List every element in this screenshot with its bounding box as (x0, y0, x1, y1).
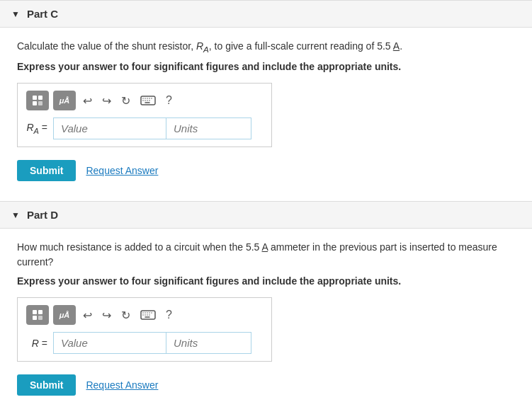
part-d-content: How much resistance is added to a circui… (0, 229, 532, 410)
svg-rect-3 (38, 101, 43, 105)
part-c-request-link[interactable]: Request Answer (86, 165, 158, 176)
part-d-undo-button[interactable]: ↩ (80, 307, 95, 323)
part-c-content: Calculate the value of the shunt resisto… (0, 28, 532, 195)
part-d-action-row: Submit Request Answer (17, 374, 515, 396)
part-d-submit-button[interactable]: Submit (17, 374, 76, 396)
part-c-question: Calculate the value of the shunt resisto… (17, 39, 515, 55)
part-c-header[interactable]: ▼ Part C (0, 1, 532, 27)
part-d-input-row: R = (26, 332, 263, 354)
part-d-value-input[interactable] (53, 332, 166, 354)
svg-rect-15 (33, 310, 37, 314)
part-d-question: How much resistance is added to a circui… (17, 240, 515, 270)
part-c-toolbar: μÅ ↩ ↪ ↻ ? (26, 91, 263, 110)
part-d-micro-button[interactable]: μÅ (53, 305, 76, 325)
part-d-section: ▼ Part D (0, 201, 532, 229)
part-d-instruction: Express your answer to four significant … (17, 274, 515, 289)
undo-button[interactable]: ↩ (80, 93, 95, 109)
part-d-units-input[interactable] (166, 332, 251, 354)
part-c-input-row: RA = (26, 117, 263, 139)
part-d-request-link[interactable]: Request Answer (86, 379, 158, 391)
svg-rect-18 (38, 316, 43, 320)
part-c-section: ▼ Part C (0, 0, 532, 28)
svg-rect-1 (38, 96, 43, 100)
part-c-action-row: Submit Request Answer (17, 160, 515, 181)
part-d-label: R = (26, 338, 47, 349)
part-c-instruction: Express your answer to four significant … (17, 59, 515, 74)
part-c-label: RA = (26, 122, 47, 135)
part-d-grid-icon-button[interactable] (26, 305, 49, 325)
part-d-header[interactable]: ▼ Part D (0, 202, 532, 228)
part-d-refresh-button[interactable]: ↻ (118, 307, 133, 323)
part-c-arrow: ▼ (11, 9, 20, 19)
part-d-answer-box: μÅ ↩ ↪ ↻ ? (17, 297, 272, 362)
part-c-submit-button[interactable]: Submit (17, 160, 76, 181)
part-d-help-button[interactable]: ? (163, 307, 175, 323)
svg-rect-17 (33, 316, 37, 320)
svg-rect-16 (38, 310, 43, 314)
micro-button[interactable]: μÅ (53, 91, 76, 110)
part-d-arrow: ▼ (11, 210, 20, 220)
part-c-value-input[interactable] (53, 117, 166, 139)
keyboard-button[interactable] (137, 94, 159, 107)
redo-button[interactable]: ↪ (99, 93, 114, 109)
part-c-answer-box: μÅ ↩ ↪ ↻ ? (17, 83, 272, 147)
part-c-units-input[interactable] (166, 117, 251, 139)
part-d-title: Part D (27, 209, 58, 221)
grid-icon-button[interactable] (26, 91, 49, 110)
help-button[interactable]: ? (163, 93, 175, 108)
svg-rect-0 (33, 96, 37, 100)
svg-rect-2 (33, 101, 37, 105)
part-d-toolbar: μÅ ↩ ↪ ↻ ? (26, 305, 263, 325)
part-d-redo-button[interactable]: ↪ (99, 307, 114, 323)
part-c-title: Part C (27, 8, 58, 20)
part-d-keyboard-button[interactable] (137, 309, 159, 321)
refresh-button[interactable]: ↻ (118, 93, 133, 109)
